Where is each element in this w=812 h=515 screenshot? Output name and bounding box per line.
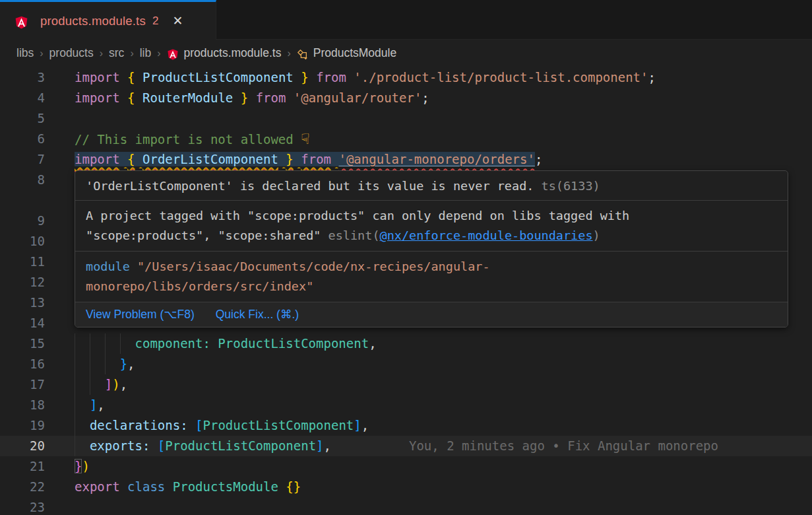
token-id: ProductListComponent [142,70,294,85]
code-line-15[interactable]: 15 component: ProductListComponent, [0,333,812,354]
line-number: 13 [0,292,45,313]
token-id: RouterModule [142,90,233,105]
code-line-7[interactable]: 7import { OrderListComponent } from '@an… [0,149,812,170]
line-number: 12 [0,272,45,292]
token-br3: ] [354,418,361,432]
line-number: 5 [0,108,45,129]
token-kw: export [75,479,120,494]
code-content: // This import is not allowed ☟ [75,129,309,149]
code-content: import { OrderListComponent } from '@ang… [75,149,542,170]
token-pn [278,152,286,166]
line-number: 18 [0,395,45,415]
token-blame: You, 2 minutes ago • Fix Angular monorep… [409,438,718,453]
breadcrumb-item-lib[interactable]: lib [140,46,152,59]
token-pn [120,70,127,85]
token-pn [120,152,127,166]
token-pn [294,152,301,166]
token-ig [75,395,90,415]
token-br1: } [301,70,308,85]
code-line-16[interactable]: 16 }, [0,354,812,374]
line-number: 4 [0,88,45,108]
token-kw: import [75,90,120,105]
token-cm: // This import is not allowed [75,132,301,147]
code-line-22[interactable]: 22export class ProductsModule {} [0,477,812,497]
token-br1: { [127,70,135,85]
token-br1: ) [112,377,119,392]
token-kw: from [316,70,346,85]
code-editor[interactable]: 3import { ProductListComponent } from '.… [0,67,812,515]
token-br1: {} [286,479,301,494]
view-problem-button[interactable]: View Problem (⌥F8) [86,308,195,322]
code-content: }, [75,354,135,374]
tab-title: products.module.ts [40,14,146,28]
token-pn [278,479,286,494]
line-number: 9 [0,211,45,231]
code-content: import { ProductListComponent } from './… [75,67,656,88]
code-line-6[interactable]: 6// This import is not allowed ☟ [0,129,812,149]
token-ig [75,374,90,395]
tab-error-count-badge: 2 [152,15,158,28]
code-line-21[interactable]: 21}) [0,456,812,477]
module-keyword: module [86,259,130,273]
code-line-5[interactable]: 5 [0,108,812,129]
line-number: 15 [0,333,45,354]
breadcrumb-file[interactable]: products.module.ts [184,46,282,60]
line-number: 10 [0,231,45,252]
token-id: OrderListComponent [142,152,278,166]
token-propt: component: [135,336,210,351]
code-line-18[interactable]: 18 ], [0,395,812,415]
token-emoji: ☟ [301,131,309,147]
code-line-23[interactable]: 23 [0,497,812,515]
token-ig [105,333,120,354]
quick-fix-button[interactable]: Quick Fix... (⌘.) [216,308,299,322]
breadcrumb-item-products[interactable]: products [49,46,94,59]
token-pn [188,418,195,432]
token-pn [233,90,240,105]
tab-products-module[interactable]: products.module.ts 2 ✕ [0,0,216,40]
token-pn: , [324,438,331,453]
token-ig [75,415,90,436]
token-pn [165,479,172,494]
code-line-19[interactable]: 19 declarations: [ProductListComponent], [0,415,812,436]
token-br1: } [241,90,248,105]
code-line-4[interactable]: 4import { RouterModule } from '@angular/… [0,88,812,108]
token-ig [75,333,90,354]
symbol-class-icon [297,49,308,60]
token-br1: { [127,152,135,166]
token-ig [90,333,105,354]
code-content: ]), [75,374,127,395]
token-kw: from [256,90,286,105]
line-number [0,190,45,211]
angular-icon [167,48,179,61]
eslint-rule-link[interactable]: @nx/enforce-module-boundaries [380,228,593,242]
token-ig [90,374,105,395]
breadcrumb-item-src[interactable]: src [109,46,124,59]
code-content: export class ProductsModule {} [75,477,301,497]
close-icon[interactable]: ✕ [170,13,185,28]
token-br3: [ [195,418,203,432]
token-pn: ; [648,70,655,85]
token-kw: import [75,70,120,85]
token-prop: declarations: [90,418,188,432]
code-content: ], [75,395,105,415]
code-content: }) [75,456,90,477]
breadcrumb-separator: › [100,48,103,59]
line-number: 19 [0,415,45,436]
line-number: 20 [0,436,45,456]
eslint-source-suffix: ) [593,228,600,242]
line-number: 23 [0,497,45,515]
breadcrumb-symbol[interactable]: ProductsModule [313,46,396,60]
ts-error-message: 'OrderListComponent' is declared but its… [86,179,542,193]
breadcrumb-separator: › [130,48,133,59]
breadcrumb-item-libs[interactable]: libs [16,46,34,59]
line-number: 3 [0,67,45,88]
token-pn [309,70,316,85]
module-path-line1: "/Users/isaac/Documents/code/nx-recipes/… [130,259,490,273]
code-line-3[interactable]: 3import { ProductListComponent } from '.… [0,67,812,88]
error-hover-popup: 'OrderListComponent' is declared but its… [75,170,788,327]
code-line-20[interactable]: 20 exports: [ProductListComponent],You, … [0,436,812,456]
token-br1: ) [82,459,89,473]
line-number: 21 [0,456,45,477]
token-pn [346,70,354,85]
code-line-17[interactable]: 17 ]), [0,374,812,395]
